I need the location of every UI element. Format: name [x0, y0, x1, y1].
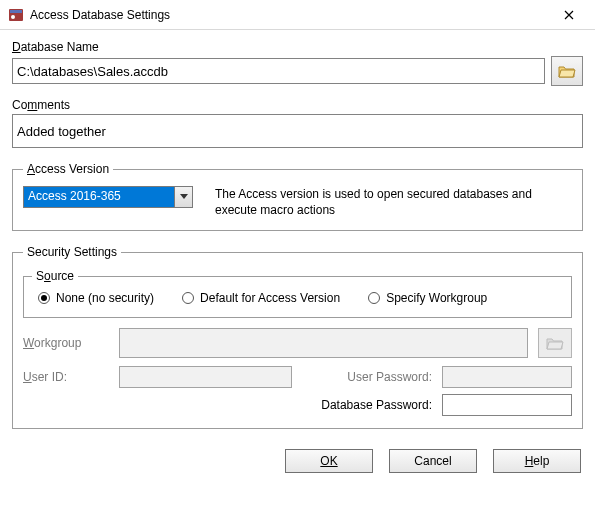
source-legend: Source	[32, 269, 78, 283]
workgroup-input	[119, 328, 528, 358]
folder-open-icon	[546, 336, 564, 350]
button-bar: OK Cancel Help	[0, 439, 595, 483]
radio-icon	[182, 292, 194, 304]
comments-input[interactable]	[12, 114, 583, 148]
security-settings-legend: Security Settings	[23, 245, 121, 259]
close-button[interactable]	[549, 1, 589, 29]
database-name-label: Database Name	[12, 40, 583, 54]
ok-button[interactable]: OK	[285, 449, 373, 473]
database-name-input[interactable]	[12, 58, 545, 84]
cancel-button[interactable]: Cancel	[389, 449, 477, 473]
dialog-content: Database Name Comments Access Version Ac…	[0, 30, 595, 439]
security-settings-group: Security Settings Source None (no securi…	[12, 245, 583, 429]
radio-none[interactable]: None (no security)	[38, 291, 154, 305]
app-icon	[8, 7, 24, 23]
browse-database-button[interactable]	[551, 56, 583, 86]
radio-icon	[38, 292, 50, 304]
user-id-label: User ID:	[23, 370, 109, 384]
browse-workgroup-button	[538, 328, 572, 358]
folder-open-icon	[558, 64, 576, 78]
access-version-legend: Access Version	[23, 162, 113, 176]
access-version-combo[interactable]: Access 2016-365	[23, 186, 193, 208]
database-password-label: Database Password:	[302, 398, 432, 412]
help-button[interactable]: Help	[493, 449, 581, 473]
svg-point-2	[11, 15, 15, 19]
radio-icon	[368, 292, 380, 304]
svg-rect-1	[10, 10, 22, 13]
radio-specify[interactable]: Specify Workgroup	[368, 291, 487, 305]
user-password-label: User Password:	[302, 370, 432, 384]
window-title: Access Database Settings	[30, 8, 549, 22]
radio-default[interactable]: Default for Access Version	[182, 291, 340, 305]
access-version-description: The Access version is used to open secur…	[215, 186, 545, 218]
source-group: Source None (no security) Default for Ac…	[23, 269, 572, 318]
titlebar: Access Database Settings	[0, 0, 595, 30]
comments-label: Comments	[12, 98, 583, 112]
chevron-down-icon[interactable]	[174, 187, 192, 207]
workgroup-label: Workgroup	[23, 336, 109, 350]
access-version-value: Access 2016-365	[24, 187, 174, 207]
user-id-input	[119, 366, 292, 388]
access-version-group: Access Version Access 2016-365 The Acces…	[12, 162, 583, 231]
database-password-input[interactable]	[442, 394, 572, 416]
user-password-input	[442, 366, 572, 388]
